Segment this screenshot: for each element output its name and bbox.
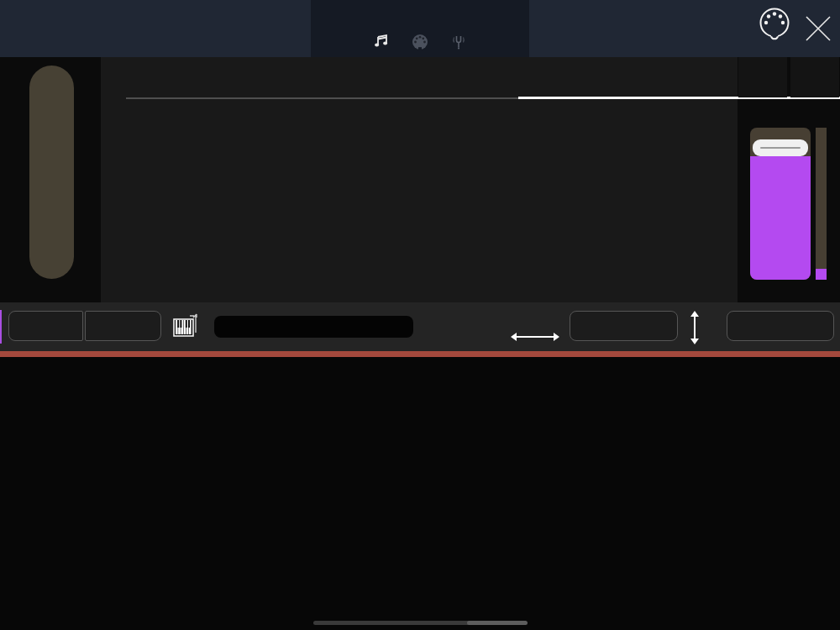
midi-din-icon (757, 5, 792, 40)
expression-slider[interactable] (29, 66, 74, 279)
tuning-fork-icon[interactable] (450, 34, 467, 50)
close-icon (801, 12, 835, 45)
octave-down-button[interactable] (8, 311, 83, 341)
y-axis-arrow-icon (689, 309, 701, 346)
midi-plug-icon[interactable] (412, 34, 428, 50)
transpose-minus-button[interactable] (738, 57, 787, 97)
close-button[interactable] (801, 12, 835, 45)
master-volume-fill (750, 156, 811, 280)
keyboard-scrollbar-thumb[interactable] (467, 621, 528, 625)
keyboard-top-divider (0, 351, 840, 357)
transpose-plus-button[interactable] (790, 57, 839, 97)
tab-bar (101, 57, 738, 97)
music-note-icon[interactable] (373, 34, 390, 50)
midi-settings-button[interactable] (754, 5, 795, 54)
tab-underline-track (126, 97, 518, 99)
level-meter (816, 128, 827, 280)
piano-keyboard[interactable] (0, 357, 840, 630)
octave-up-button[interactable] (85, 311, 161, 341)
x-axis-arrow-icon (509, 331, 561, 343)
preset-icon-row (311, 32, 529, 52)
keyboard-range-strip[interactable] (214, 316, 413, 338)
dynamic-envelope-chart (101, 102, 738, 304)
vibrato-depth-button[interactable] (727, 311, 834, 341)
master-volume-handle-grip (760, 147, 801, 149)
keyboard-layout-icon[interactable] (171, 312, 198, 341)
keyboard-range-cursor[interactable] (0, 310, 2, 344)
keyboard-scrollbar[interactable] (313, 621, 470, 625)
level-meter-fill (816, 269, 827, 280)
next-preset-button[interactable] (544, 18, 564, 39)
previous-preset-button[interactable] (277, 18, 297, 39)
pitch-bend-button[interactable] (570, 311, 678, 341)
